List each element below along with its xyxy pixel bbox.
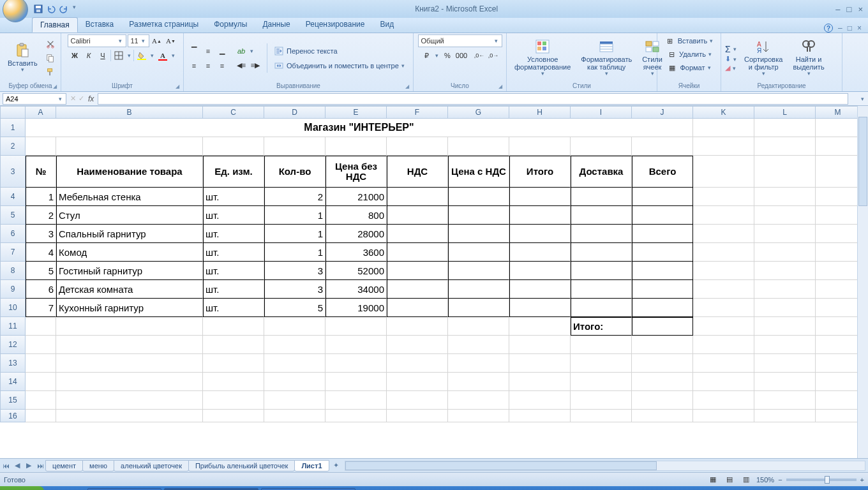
find-select-button[interactable]: Найти и выделить▾	[789, 38, 828, 78]
cell[interactable]	[509, 262, 571, 280]
cell[interactable]	[203, 137, 264, 156]
paste-button[interactable]: Вставить ▾	[4, 41, 41, 75]
name-box[interactable]: A24▾	[3, 93, 66, 105]
cell[interactable]	[387, 206, 448, 225]
cell[interactable]	[509, 188, 571, 206]
cell[interactable]	[816, 410, 860, 422]
wrap-text-button[interactable]: Перенос текста	[273, 45, 406, 57]
tab-nav-next-icon[interactable]: ▶	[23, 460, 34, 471]
ribbon-restore-button[interactable]: □	[848, 24, 852, 33]
row-header[interactable]: 2	[0, 137, 26, 156]
cell[interactable]	[754, 373, 816, 391]
cell[interactable]: Цена с НДС	[448, 156, 509, 188]
cell[interactable]	[56, 391, 203, 410]
cell[interactable]	[816, 299, 860, 317]
zoom-slider-thumb[interactable]	[825, 476, 830, 484]
cell[interactable]	[509, 391, 571, 410]
cell[interactable]	[387, 188, 448, 206]
grow-font-button[interactable]: A▲	[151, 34, 163, 47]
cell[interactable]	[571, 262, 632, 280]
cell[interactable]	[448, 188, 509, 206]
ribbon-tab[interactable]: Вид	[372, 17, 401, 33]
cell[interactable]: Стул	[56, 206, 203, 225]
cell[interactable]	[754, 336, 816, 354]
cell[interactable]	[632, 317, 693, 336]
cell[interactable]	[326, 354, 387, 373]
cell[interactable]	[326, 410, 387, 422]
merge-center-button[interactable]: Объединить и поместить в центре ▾	[273, 59, 406, 72]
cell[interactable]: Доставка	[571, 156, 632, 188]
view-layout-icon[interactable]: ▤	[723, 473, 736, 486]
cell[interactable]	[509, 137, 571, 156]
zoom-value[interactable]: 150%	[756, 476, 774, 484]
dialog-launcher-icon[interactable]: ◢	[176, 84, 179, 89]
cell[interactable]	[264, 410, 326, 422]
number-format-combo[interactable]: Общий▾	[418, 34, 502, 47]
cell[interactable]	[693, 373, 754, 391]
cell[interactable]	[26, 391, 56, 410]
cell[interactable]	[326, 373, 387, 391]
cell[interactable]: 3600	[326, 243, 387, 262]
row-header[interactable]: 1	[0, 119, 26, 137]
insert-cells-button[interactable]: ⊞Вставить▾	[664, 34, 715, 47]
cell[interactable]	[264, 336, 326, 354]
column-header[interactable]: D	[264, 106, 326, 119]
cell[interactable]: 3	[26, 225, 56, 243]
cell[interactable]	[754, 225, 816, 243]
cell[interactable]: шт.	[203, 262, 264, 280]
cell[interactable]	[754, 317, 816, 336]
start-button[interactable]: пуск	[0, 486, 44, 490]
row-header[interactable]: 15	[0, 391, 26, 410]
borders-dropdown[interactable]: ▾	[126, 52, 132, 59]
cell[interactable]	[56, 336, 203, 354]
decrease-decimal-button[interactable]: ,0→	[487, 49, 500, 62]
cell[interactable]	[26, 317, 56, 336]
cell[interactable]	[264, 391, 326, 410]
format-as-table-button[interactable]: Форматировать как таблицу▾	[577, 38, 636, 78]
cell[interactable]	[448, 206, 509, 225]
cell[interactable]	[326, 317, 387, 336]
increase-decimal-button[interactable]: ,0←	[473, 49, 486, 62]
scrollbar-thumb[interactable]	[858, 117, 867, 206]
cell[interactable]	[387, 225, 448, 243]
cell[interactable]	[754, 206, 816, 225]
cell[interactable]	[632, 373, 693, 391]
cell[interactable]: 5	[264, 299, 326, 317]
underline-button[interactable]: Ч	[96, 49, 109, 62]
sheet-tab[interactable]: аленький цветочек	[114, 460, 189, 471]
cell[interactable]	[693, 354, 754, 373]
comma-format-button[interactable]: 000	[455, 49, 468, 62]
cell[interactable]	[754, 299, 816, 317]
shrink-font-button[interactable]: A▼	[165, 34, 177, 47]
column-header[interactable]: H	[509, 106, 571, 119]
cell[interactable]	[816, 262, 860, 280]
cell[interactable]: шт.	[203, 299, 264, 317]
column-header[interactable]: G	[448, 106, 509, 119]
cell[interactable]	[264, 317, 326, 336]
cell[interactable]: 800	[326, 206, 387, 225]
cell[interactable]	[26, 354, 56, 373]
cell[interactable]: Мебельная стенка	[56, 188, 203, 206]
cell[interactable]	[448, 373, 509, 391]
cell[interactable]	[754, 243, 816, 262]
row-header[interactable]: 3	[0, 156, 26, 188]
cell[interactable]	[509, 299, 571, 317]
cell[interactable]: 1	[264, 206, 326, 225]
cell[interactable]	[448, 317, 509, 336]
ribbon-tab[interactable]: Формулы	[206, 17, 255, 33]
align-bottom-button[interactable]: ▁	[216, 45, 228, 57]
cancel-formula-icon[interactable]: ✕	[70, 94, 76, 103]
cell[interactable]	[387, 137, 448, 156]
row-header[interactable]: 6	[0, 225, 26, 243]
cell[interactable]	[26, 373, 56, 391]
formula-bar-expand-icon[interactable]: ▾	[860, 96, 865, 102]
cell[interactable]	[754, 391, 816, 410]
align-top-button[interactable]: ▔	[188, 45, 200, 57]
cell[interactable]	[816, 119, 860, 137]
cell[interactable]	[754, 262, 816, 280]
row-header[interactable]: 9	[0, 280, 26, 299]
redo-icon[interactable]	[59, 4, 69, 14]
scrollbar-thumb[interactable]	[345, 461, 657, 470]
cell[interactable]	[632, 137, 693, 156]
cell[interactable]	[509, 206, 571, 225]
